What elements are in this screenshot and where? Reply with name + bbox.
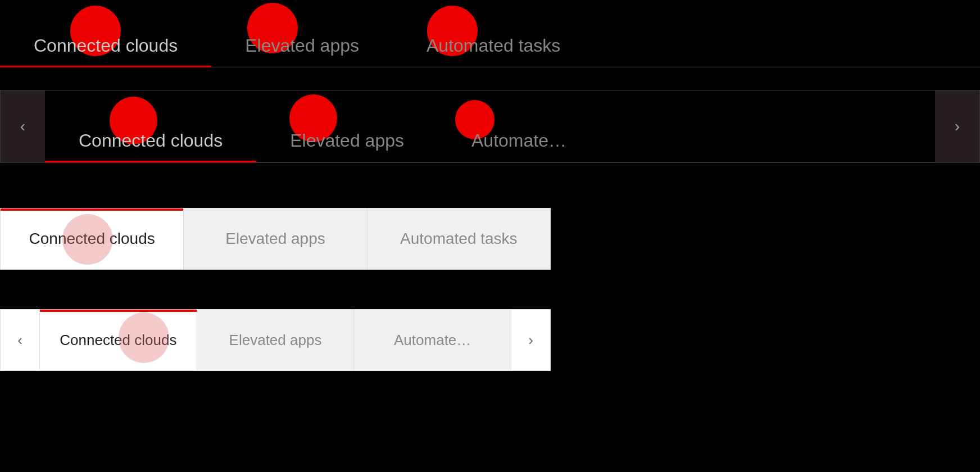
dot-row4-1 — [119, 312, 169, 363]
spacer-3 — [0, 270, 980, 292]
spacer-1 — [0, 67, 980, 90]
tab-elevated-apps-3[interactable]: Elevated apps — [184, 208, 367, 269]
tab-elevated-apps-2[interactable]: Elevated apps — [256, 130, 438, 162]
tab-scroll-area-row2: Connected clouds Elevated apps Automate… — [45, 90, 935, 163]
tab-elevated-apps-4[interactable]: Elevated apps — [197, 310, 355, 370]
tab-automated-tasks-3[interactable]: Automated tasks — [368, 208, 550, 269]
dark-tabbar-scroll: ‹ Connected clouds Elevated apps Automat… — [0, 90, 980, 163]
tab-connected-clouds-1[interactable]: Connected clouds — [0, 35, 211, 67]
next-button-row2[interactable]: › — [935, 90, 980, 163]
tab-connected-clouds-2[interactable]: Connected clouds — [45, 130, 256, 162]
tab-scroll-area-row4: Connected clouds Elevated apps Automate… — [40, 310, 511, 370]
tab-bar-row1: Connected clouds Elevated apps Automated… — [0, 0, 980, 67]
next-button-row4[interactable]: › — [511, 310, 550, 370]
tab-automated-tasks-4[interactable]: Automate… — [354, 310, 511, 370]
spacer-2 — [0, 163, 980, 185]
light-tabbar-scroll: ‹ Connected clouds Elevated apps Automat… — [0, 292, 980, 371]
dark-tabbar-full: Connected clouds Elevated apps Automated… — [0, 0, 980, 67]
tab-automated-tasks-2[interactable]: Automate… — [438, 130, 600, 162]
dot-row3-1 — [62, 214, 113, 265]
tab-bar-row3: Connected clouds Elevated apps Automated… — [0, 208, 551, 270]
tab-elevated-apps-1[interactable]: Elevated apps — [211, 35, 393, 67]
tab-bar-row4: ‹ Connected clouds Elevated apps Automat… — [0, 309, 551, 371]
tab-connected-clouds-3[interactable]: Connected clouds — [1, 208, 184, 269]
tab-automated-tasks-1[interactable]: Automated tasks — [393, 35, 594, 67]
prev-button-row4[interactable]: ‹ — [1, 310, 40, 370]
light-tabbar-full: Connected clouds Elevated apps Automated… — [0, 185, 980, 270]
prev-button-row2[interactable]: ‹ — [0, 90, 45, 163]
tab-connected-clouds-4[interactable]: Connected clouds — [40, 310, 197, 370]
